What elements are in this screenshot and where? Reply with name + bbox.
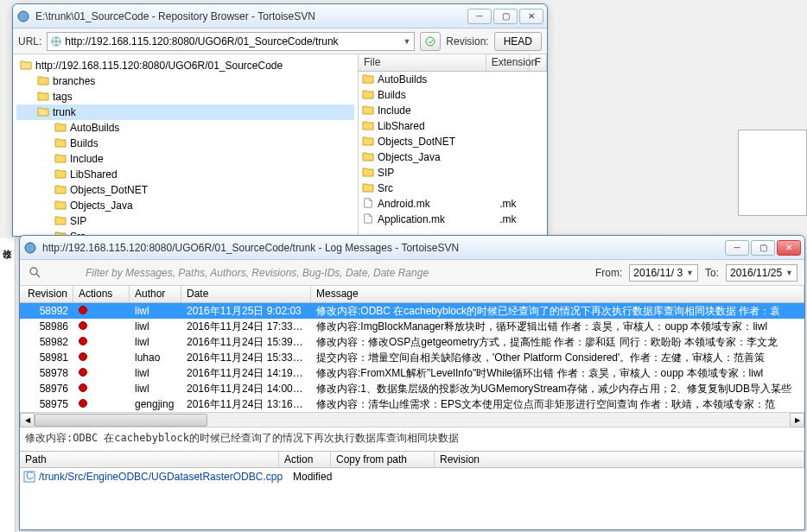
close-button[interactable]: ✕ — [519, 9, 543, 24]
file-row[interactable]: Builds — [359, 87, 547, 103]
cell-message: 修改内容：修改OSP点getgeometry方式，提高性能 作者：廖和廷 同行：… — [311, 335, 804, 350]
cell-author: liwl — [130, 336, 181, 348]
minimize-button[interactable]: ─ — [725, 240, 749, 256]
tree-item[interactable]: SIP — [16, 213, 354, 229]
maximize-button[interactable]: ▢ — [751, 240, 775, 256]
action-icon — [79, 321, 87, 330]
tree-item[interactable]: Builds — [16, 136, 354, 151]
log-row[interactable]: 58981 luhao 2016年11月24日 15:33:19 提交内容：增量… — [20, 350, 804, 365]
col-revision[interactable]: Revision — [20, 286, 73, 302]
col-actions[interactable]: Actions — [73, 286, 130, 302]
col-action[interactable]: Action — [279, 452, 331, 467]
scroll-thumb[interactable] — [35, 414, 207, 427]
file-row[interactable]: Src — [359, 180, 547, 196]
file-row[interactable]: AutoBuilds — [359, 72, 547, 87]
to-label: To: — [705, 267, 719, 279]
cell-message: 修改内容:FromXML解析"LevelInfo"时While循环出错 作者：袁… — [311, 366, 804, 381]
file-name: Objects_Java — [378, 151, 496, 163]
folder-icon — [362, 136, 374, 149]
tree-label: branches — [53, 75, 95, 87]
minimize-button[interactable]: ─ — [467, 9, 492, 24]
file-name: Src — [378, 182, 496, 194]
file-name: SIP — [378, 167, 496, 179]
log-row[interactable]: 58986 liwl 2016年11月24日 17:33:10 修改内容:Img… — [20, 319, 804, 334]
col-message[interactable]: Message — [311, 286, 804, 302]
tree-item[interactable]: AutoBuilds — [16, 120, 354, 136]
file-name: Android.mk — [378, 198, 496, 210]
scroll-left-button[interactable]: ◀ — [20, 413, 35, 428]
col-extension[interactable]: Extension — [486, 54, 530, 71]
file-row[interactable]: Objects_DotNET — [359, 134, 547, 149]
file-row[interactable]: Objects_Java — [359, 149, 547, 165]
file-row[interactable]: Include — [359, 103, 547, 118]
go-button[interactable] — [420, 32, 441, 51]
tree-item[interactable]: Objects_DotNET — [16, 182, 354, 198]
col-date[interactable]: Date — [181, 286, 311, 302]
h-scrollbar[interactable]: ◀ ▶ — [20, 412, 804, 427]
col-path[interactable]: Path — [20, 452, 279, 467]
from-date-value: 2016/11/ 3 — [633, 267, 683, 279]
path-row[interactable]: C+ /trunk/Src/EngineODBC/UGDatasetRaster… — [20, 468, 804, 485]
url-input-wrap[interactable]: ▼ — [47, 32, 415, 51]
cell-author: liwl — [130, 320, 181, 332]
to-date[interactable]: 2016/11/25▼ — [726, 264, 797, 282]
url-input[interactable] — [65, 35, 399, 48]
tree-item[interactable]: trunk — [16, 104, 354, 120]
log-table: Revision Actions Author Date Message 589… — [20, 286, 804, 427]
tree-item[interactable]: LibShared — [16, 167, 354, 182]
tree-item[interactable]: tags — [16, 89, 354, 104]
log-window: http://192.168.115.120:8080/UGO6R/01_Sou… — [19, 235, 805, 530]
action-icon — [79, 337, 87, 345]
message-detail[interactable]: 修改内容:ODBC 在cachebyblock的时候已经查询了的情况下再次执行数… — [20, 427, 804, 451]
log-row[interactable]: 58982 liwl 2016年11月24日 15:39:51 修改内容：修改O… — [20, 334, 804, 350]
log-row[interactable]: 58978 liwl 2016年11月24日 14:19:12 修改内容:Fro… — [20, 365, 804, 381]
from-date[interactable]: 2016/11/ 3▼ — [629, 264, 698, 282]
file-row[interactable]: SIP — [359, 165, 547, 180]
cell-author: liwl — [130, 367, 181, 379]
maximize-button[interactable]: ▢ — [493, 9, 518, 24]
svg-text:C+: C+ — [26, 471, 35, 482]
cell-actions — [73, 336, 130, 348]
action-icon — [79, 306, 87, 314]
tree-item[interactable]: Objects_Java — [16, 198, 354, 213]
cell-revision: 58982 — [20, 336, 73, 348]
log-row[interactable]: 58992 liwl 2016年11月25日 9:02:03 修改内容:ODBC… — [20, 303, 804, 319]
folder-icon — [362, 89, 374, 102]
url-dropdown-icon[interactable]: ▼ — [403, 37, 410, 46]
folder-tree[interactable]: http://192.168.115.120:8080/UGO6R/01_Sou… — [13, 54, 359, 236]
tree-item[interactable]: http://192.168.115.120:8080/UGO6R/01_Sou… — [16, 58, 354, 73]
tree-item[interactable]: Include — [16, 151, 354, 167]
file-row[interactable]: LibShared — [359, 118, 547, 134]
col-copy-from[interactable]: Copy from path — [331, 452, 435, 467]
log-titlebar[interactable]: http://192.168.115.120:8080/UGO6R/01_Sou… — [20, 236, 804, 260]
filter-placeholder[interactable]: Filter by Messages, Paths, Authors, Revi… — [51, 267, 588, 279]
repo-titlebar[interactable]: E:\trunk\01_SourceCode - Repository Brow… — [13, 4, 547, 28]
file-row[interactable]: Android.mk.mk — [359, 196, 547, 212]
col-path-revision[interactable]: Revision — [435, 452, 804, 467]
close-button[interactable]: ✕ — [777, 240, 801, 256]
to-date-value: 2016/11/25 — [730, 267, 782, 279]
folder-icon — [54, 215, 67, 228]
log-row[interactable]: 58975 gengjing 2016年11月24日 13:16:43 修改内容… — [20, 396, 804, 412]
col-author[interactable]: Author — [130, 286, 181, 302]
path-rows[interactable]: C+ /trunk/Src/EngineODBC/UGDatasetRaster… — [20, 468, 804, 485]
search-icon[interactable] — [27, 264, 44, 282]
cell-author: liwl — [130, 305, 181, 317]
log-rows[interactable]: 58992 liwl 2016年11月25日 9:02:03 修改内容:ODBC… — [20, 303, 804, 412]
col-f[interactable]: F — [530, 54, 547, 71]
cell-revision: 58976 — [20, 383, 73, 395]
folder-icon — [362, 120, 374, 133]
tree-item[interactable]: branches — [16, 73, 354, 89]
cell-revision: 58975 — [20, 398, 73, 410]
file-name: Builds — [378, 89, 496, 101]
file-icon — [362, 213, 374, 226]
scroll-right-button[interactable]: ▶ — [790, 413, 804, 428]
head-button[interactable]: HEAD — [494, 32, 542, 51]
file-list[interactable]: AutoBuildsBuildsIncludeLibSharedObjects_… — [359, 72, 547, 227]
cell-actions — [73, 352, 130, 364]
folder-icon — [362, 182, 374, 195]
log-row[interactable]: 58976 liwl 2016年11月24日 14:00:29 修改内容:1、数… — [20, 381, 804, 396]
file-row[interactable]: Application.mk.mk — [359, 212, 547, 227]
col-file[interactable]: File — [359, 54, 486, 71]
tree-label: Objects_DotNET — [70, 184, 148, 196]
